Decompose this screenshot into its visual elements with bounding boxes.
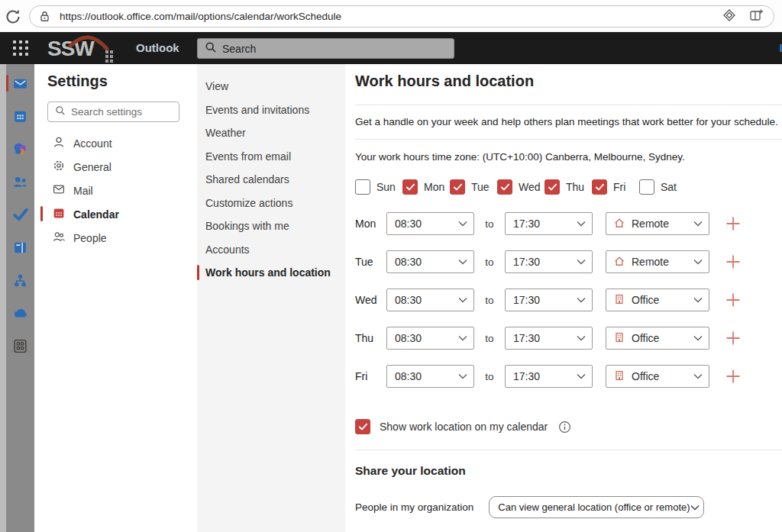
ssw-logo[interactable]: SSW (47, 35, 121, 63)
subnav-item-view[interactable]: View (197, 75, 345, 98)
day-toggle-sat[interactable]: Sat (639, 179, 687, 195)
split-window-icon[interactable] (749, 8, 764, 25)
subnav-item-customize-actions[interactable]: Customize actions (197, 192, 345, 215)
mail-icon[interactable] (12, 75, 29, 92)
divider (355, 105, 782, 105)
row-day-label: Mon (355, 218, 386, 230)
checkbox-checked[interactable] (450, 179, 465, 195)
reader-mode-icon[interactable] (722, 8, 736, 25)
start-time-select[interactable]: 08:30 (386, 250, 474, 273)
subnav-item-weather[interactable]: Weather (197, 121, 345, 145)
reload-icon[interactable] (4, 8, 22, 26)
settings-search-input[interactable] (71, 106, 166, 118)
settings-item-people[interactable]: People (47, 226, 197, 250)
settings-search-box[interactable] (47, 102, 179, 122)
start-time-select[interactable]: 08:30 (386, 365, 474, 388)
todo-icon[interactable] (12, 206, 29, 223)
work-hours-pane: Work hours and location Get a handle on … (345, 64, 782, 532)
orgchart-icon[interactable] (12, 272, 29, 289)
add-time-slot-button[interactable] (725, 215, 742, 232)
settings-item-label: Calendar (73, 208, 119, 221)
rail-selected-indicator (6, 75, 8, 92)
subnav-item-bookings-with-me[interactable]: Bookings with me (197, 214, 345, 238)
location-select[interactable]: Remote (606, 212, 709, 235)
chevron-down-icon (693, 373, 703, 379)
day-toggle-mon[interactable]: Mon (402, 179, 450, 195)
building-icon (613, 293, 625, 308)
browser-chrome: https://outlook.office.com/mail/options/… (0, 0, 782, 32)
teams-icon[interactable] (12, 140, 29, 157)
checkbox-unchecked[interactable] (639, 179, 654, 195)
schedule-row-thu: Thu 08:30 to 17:30 Office (355, 327, 782, 350)
add-time-slot-button[interactable] (725, 253, 742, 270)
settings-item-calendar[interactable]: Calendar (47, 202, 197, 226)
checkbox-checked[interactable] (402, 179, 418, 195)
site-info-lock-icon[interactable] (38, 10, 51, 23)
app-launcher-icon[interactable] (13, 40, 29, 56)
calendar-subnav: View Events and invitations Weather Even… (197, 64, 345, 532)
show-location-checkbox[interactable] (355, 419, 370, 434)
page-description: Get a handle on your week and help other… (355, 116, 782, 127)
add-time-slot-button[interactable] (725, 368, 742, 385)
people-icon[interactable] (12, 173, 29, 190)
day-toggle-fri[interactable]: Fri (592, 179, 639, 195)
checkbox-unchecked[interactable] (355, 179, 370, 195)
chevron-down-icon (690, 501, 700, 513)
day-toggle-sun[interactable]: Sun (355, 179, 402, 195)
end-time-select[interactable]: 17:30 (505, 212, 593, 235)
subnav-item-events-invitations[interactable]: Events and invitations (197, 98, 345, 122)
onedrive-icon[interactable] (12, 305, 29, 321)
top-search-box[interactable] (197, 38, 454, 59)
settings-item-mail[interactable]: Mail (47, 179, 197, 202)
checkbox-checked[interactable] (497, 179, 512, 195)
add-time-slot-button[interactable] (725, 292, 742, 308)
end-time-value: 17:30 (513, 370, 540, 382)
end-time-select[interactable]: 17:30 (505, 327, 593, 350)
row-day-label: Tue (355, 256, 386, 268)
day-toggle-tue[interactable]: Tue (450, 179, 497, 195)
day-toggle-row: Sun Mon Tue Wed Thu Fri (355, 179, 782, 195)
top-search-input[interactable] (222, 43, 421, 55)
location-select[interactable]: Office (606, 327, 709, 350)
outlook-top-bar: SSW Outlook (0, 32, 782, 64)
subnav-item-work-hours-location[interactable]: Work hours and location (197, 261, 345, 285)
search-icon (205, 41, 217, 56)
end-time-select[interactable]: 17:30 (505, 365, 593, 388)
end-time-select[interactable]: 17:30 (505, 289, 593, 311)
row-day-label: Thu (355, 332, 386, 344)
to-label: to (482, 371, 497, 382)
subnav-label: Events from email (205, 150, 291, 163)
subnav-item-accounts[interactable]: Accounts (197, 238, 345, 262)
settings-item-general[interactable]: General (47, 155, 197, 179)
subnav-item-shared-calendars[interactable]: Shared calendars (197, 168, 345, 192)
add-time-slot-button[interactable] (725, 330, 742, 347)
subnav-item-events-from-email[interactable]: Events from email (197, 145, 345, 169)
share-permission-select[interactable]: Can view general location (office or rem… (489, 496, 704, 518)
show-location-row: Show work location on my calendar (355, 419, 782, 434)
start-time-select[interactable]: 08:30 (386, 327, 474, 350)
checkbox-checked[interactable] (544, 179, 560, 195)
address-bar[interactable]: https://outlook.office.com/mail/options/… (29, 5, 774, 27)
chevron-down-icon (458, 373, 467, 379)
day-toggle-wed[interactable]: Wed (497, 179, 544, 195)
kiosk-icon[interactable] (12, 239, 29, 256)
mail-icon (53, 183, 65, 198)
url-text[interactable]: https://outlook.office.com/mail/options/… (60, 11, 341, 22)
checkbox-checked[interactable] (592, 179, 607, 195)
start-time-select[interactable]: 08:30 (386, 289, 474, 311)
start-time-select[interactable]: 08:30 (386, 212, 474, 235)
to-label: to (482, 256, 497, 268)
to-label: to (482, 218, 497, 230)
share-row: People in my organization Can view gener… (355, 496, 782, 518)
location-select[interactable]: Office (606, 289, 709, 311)
day-toggle-thu[interactable]: Thu (544, 179, 592, 195)
more-apps-icon[interactable] (12, 337, 29, 354)
calendar-icon (53, 207, 65, 221)
location-select[interactable]: Remote (606, 250, 709, 273)
settings-item-account[interactable]: Account (47, 131, 197, 155)
calendar-icon[interactable] (12, 108, 29, 124)
location-select[interactable]: Office (606, 365, 709, 388)
end-time-select[interactable]: 17:30 (505, 250, 593, 273)
info-icon[interactable] (558, 421, 571, 434)
settings-item-label: People (73, 232, 107, 244)
